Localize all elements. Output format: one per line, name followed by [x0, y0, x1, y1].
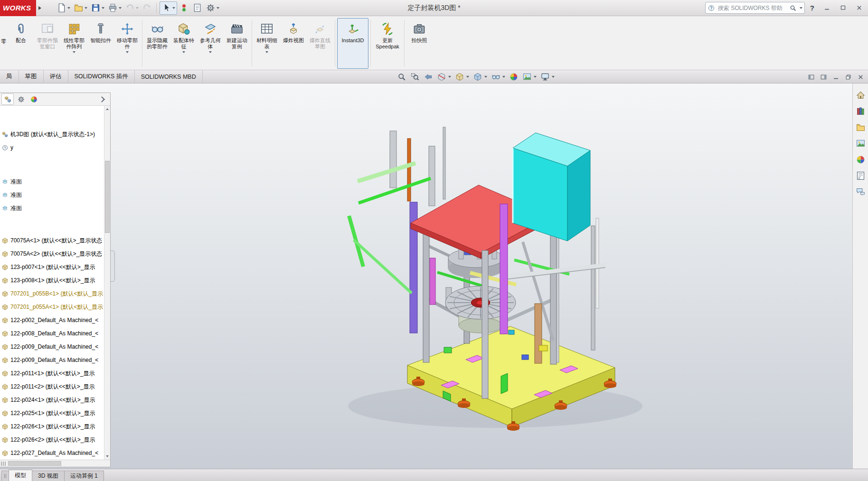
view-palette-button[interactable] [856, 139, 866, 148]
edit-appearance-button[interactable] [509, 72, 519, 82]
options-button[interactable] [204, 2, 221, 14]
solidworks-resources-button[interactable] [856, 90, 866, 100]
window-minimize-button[interactable] [820, 2, 834, 14]
previous-view-button[interactable] [424, 72, 433, 82]
tree-item-component[interactable]: 70075A<2> (默认<<默认>_显示状态 [0, 247, 110, 260]
document-close-icon[interactable] [857, 74, 864, 81]
tree-item-component[interactable]: 122-p025<1> (默认<<默认>_显示 [0, 407, 110, 420]
reference-geometry-button[interactable]: 参考几何体 [198, 18, 223, 69]
tab-layout[interactable]: 局 [0, 70, 19, 83]
tree-item-component-lightweight[interactable]: 707201_p055A<1> (默认<默认_显示 [0, 300, 110, 314]
tab-solidworks-mbd[interactable]: SOLIDWORKS MBD [135, 70, 203, 83]
help-search-box[interactable] [705, 2, 805, 14]
menu-flyout-button[interactable] [36, 0, 44, 16]
tree-item-component[interactable]: 122-p011<1> (默认<<默认>_显示 [0, 367, 110, 380]
sheet-tabs-grip[interactable] [1, 471, 9, 481]
window-maximize-button[interactable] [836, 2, 850, 14]
tab-3d-views[interactable]: 3D 视图 [32, 471, 65, 481]
print-button[interactable] [106, 2, 123, 14]
tree-item-plane[interactable]: 准面 [0, 175, 110, 188]
redo-button[interactable] [141, 2, 153, 14]
tab-evaluate[interactable]: 评估 [44, 70, 68, 83]
scroll-up-arrow-icon[interactable] [104, 106, 110, 112]
smart-fasteners-button[interactable]: 智能扣件 [88, 18, 113, 69]
tree-item-component[interactable]: 122-p009_Default_As Machined_< [0, 353, 110, 367]
tree-item-component[interactable]: 122-p024<1> (默认<<默认>_显示 [0, 393, 110, 407]
zoom-to-area-button[interactable] [410, 72, 420, 82]
tree-item-component[interactable]: 70075A<1> (默认<<默认>_显示状态 [0, 234, 110, 247]
file-properties-button[interactable] [191, 2, 204, 14]
tree-vertical-scrollbar[interactable] [104, 106, 110, 460]
document-restore-icon[interactable] [845, 74, 852, 81]
featuremanager-tab[interactable] [1, 93, 14, 105]
tree-item-component[interactable]: 122-p009_Default_As Machined_< [0, 340, 110, 353]
assembly-features-button[interactable]: 装配体特征 [171, 18, 197, 69]
open-document-button[interactable] [72, 2, 89, 14]
move-component-button[interactable]: 移动零部件 [114, 18, 140, 69]
expand-panel-chevron-icon[interactable] [99, 96, 105, 102]
take-snapshot-button[interactable]: 拍快照 [406, 18, 432, 69]
scroll-down-arrow-icon[interactable] [104, 453, 110, 459]
panel-splitter-handle[interactable] [111, 250, 115, 282]
mate-button[interactable]: 配合 [8, 18, 34, 69]
zoom-to-fit-button[interactable] [397, 72, 406, 82]
help-button[interactable]: ? [807, 4, 818, 12]
tree-item-component[interactable]: 122-p027_Default_As Machined_< [0, 446, 110, 460]
tree-item-component[interactable]: 122-p008_Default_As Machined_< [0, 327, 110, 340]
instant3d-button[interactable]: Instant3D [337, 18, 368, 69]
tree-vscroll-thumb[interactable] [105, 161, 110, 233]
insert-components-button-clipped[interactable]: 零 [0, 17, 8, 70]
view-orientation-button[interactable] [455, 72, 469, 82]
propertymanager-tab[interactable] [15, 94, 27, 104]
tree-item-root[interactable]: 机3D图 (默认<默认_显示状态-1>) [0, 128, 110, 141]
file-explorer-button[interactable] [856, 122, 866, 132]
update-speedpak-button[interactable]: 更新Speedpak [373, 18, 402, 69]
view-settings-button[interactable] [540, 72, 555, 82]
hide-show-items-button[interactable] [491, 72, 505, 82]
show-hidden-components-button[interactable]: 显示隐藏的零部件 [144, 18, 170, 69]
search-input[interactable] [717, 4, 787, 12]
tree-horizontal-scrollbar[interactable] [0, 460, 110, 467]
linear-component-pattern-button[interactable]: 线性零部件阵列 [61, 18, 87, 69]
tree-item-component[interactable]: 122-p011<2> (默认<<默认>_显示 [0, 380, 110, 393]
tab-solidworks-addins[interactable]: SOLIDWORKS 插件 [68, 70, 135, 83]
collapse-left-pane-icon[interactable] [808, 74, 815, 81]
search-icon[interactable] [789, 4, 797, 12]
undo-button[interactable] [123, 2, 140, 14]
custom-properties-button[interactable] [856, 171, 866, 181]
tree-item-component[interactable]: 122-p026<2> (默认<<默认>_显示 [0, 433, 110, 446]
explode-line-sketch-button[interactable]: 爆炸直线草图 [307, 18, 333, 69]
tab-sketch[interactable]: 草图 [19, 70, 44, 83]
tree-item-plane[interactable]: 准面 [0, 202, 110, 215]
window-close-button[interactable] [852, 2, 866, 14]
tree-item-component[interactable]: 122-p002_Default_As Machined_< [0, 314, 110, 327]
tree-hscroll-thumb[interactable] [8, 461, 61, 466]
section-view-button[interactable] [437, 72, 451, 82]
new-document-button[interactable] [55, 2, 72, 14]
document-minimize-icon[interactable] [832, 74, 840, 81]
panel-resize-grip[interactable] [1, 462, 6, 466]
solidworks-forum-button[interactable] [856, 187, 866, 197]
tree-item-component-lightweight[interactable]: 707201_p055B<1> (默认<默认_显示 [0, 287, 110, 300]
displaymanager-tab[interactable] [28, 94, 39, 104]
viewport-3d-canvas[interactable] [111, 83, 852, 469]
tree-item-plane[interactable]: 准面 [0, 188, 110, 202]
select-tool-button[interactable] [160, 1, 177, 15]
rebuild-button[interactable] [178, 2, 190, 14]
appearances-scenes-button[interactable] [856, 155, 866, 165]
apply-scene-button[interactable] [522, 72, 537, 82]
tree-item-history[interactable]: y [0, 141, 110, 154]
tree-item-component[interactable]: 122-p026<1> (默认<<默认>_显示 [0, 420, 110, 433]
exploded-view-button[interactable]: 爆炸视图 [281, 18, 306, 69]
tab-motion-study-1[interactable]: 运动算例 1 [64, 471, 104, 481]
tab-model[interactable]: 模型 [9, 470, 32, 481]
collapse-right-pane-icon[interactable] [820, 74, 827, 81]
tree-item-component[interactable]: 123-p007<1> (默认<<默认>_显示 [0, 260, 110, 274]
bill-of-materials-button[interactable]: 材料明细表 [254, 18, 280, 69]
save-button[interactable] [89, 2, 106, 14]
search-dropdown-caret-icon[interactable] [800, 7, 802, 9]
component-preview-window-button[interactable]: 零部件预览窗口 [35, 18, 60, 69]
new-motion-study-button[interactable]: 新建运动算例 [224, 18, 250, 69]
tree-item-component[interactable]: 123-p008<1> (默认<<默认>_显示 [0, 274, 110, 287]
design-library-button[interactable] [856, 106, 866, 116]
